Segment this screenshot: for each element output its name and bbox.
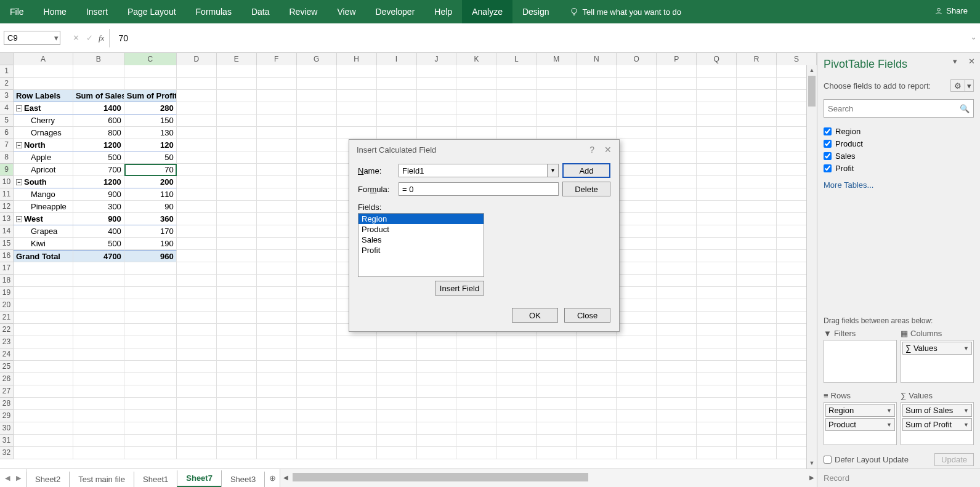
- cell[interactable]: [73, 410, 124, 422]
- cell[interactable]: [177, 348, 217, 361]
- cell[interactable]: [657, 90, 697, 102]
- cell[interactable]: Sum of Sales: [73, 90, 124, 102]
- cell[interactable]: [337, 422, 377, 435]
- cell[interactable]: [697, 90, 737, 102]
- cell[interactable]: [257, 115, 297, 127]
- cell[interactable]: [73, 312, 124, 324]
- field-row-profit[interactable]: Profit: [824, 162, 974, 174]
- cell[interactable]: [377, 385, 417, 398]
- field-pill[interactable]: Product▼: [825, 418, 895, 431]
- zone-rows[interactable]: Region▼Product▼: [824, 402, 897, 445]
- cell[interactable]: [177, 201, 217, 213]
- cell[interactable]: [697, 238, 737, 250]
- cell[interactable]: [496, 78, 537, 90]
- cell[interactable]: [657, 250, 697, 262]
- field-option[interactable]: Product: [358, 224, 484, 235]
- cell[interactable]: [737, 422, 777, 435]
- cell[interactable]: [73, 422, 124, 435]
- cell[interactable]: [124, 78, 177, 90]
- row-header[interactable]: 5: [0, 115, 14, 127]
- cell[interactable]: [297, 410, 337, 422]
- row-header[interactable]: 15: [0, 238, 14, 250]
- cell[interactable]: [297, 139, 337, 151]
- cell[interactable]: [73, 373, 124, 385]
- scroll-down-icon[interactable]: ▼: [807, 458, 817, 469]
- cell[interactable]: [657, 336, 697, 348]
- cell[interactable]: [737, 139, 777, 151]
- zone-columns[interactable]: ∑ Values▼: [901, 340, 974, 383]
- cell[interactable]: [217, 225, 257, 238]
- row-header[interactable]: 4: [0, 102, 14, 115]
- cell[interactable]: [177, 398, 217, 410]
- cell[interactable]: [537, 102, 577, 115]
- column-header-F[interactable]: F: [257, 53, 297, 65]
- sheet-nav-prev-icon[interactable]: ◀: [5, 474, 10, 482]
- cell[interactable]: [657, 410, 697, 422]
- cell[interactable]: 900: [73, 213, 124, 225]
- cell[interactable]: [14, 312, 73, 324]
- cell[interactable]: Mango: [14, 188, 73, 201]
- cell[interactable]: [257, 324, 297, 336]
- cell[interactable]: [537, 410, 577, 422]
- cell[interactable]: [297, 102, 337, 115]
- cell[interactable]: [737, 336, 777, 348]
- cell[interactable]: 960: [124, 250, 177, 262]
- ribbon-tab-formulas[interactable]: Formulas: [186, 0, 241, 23]
- cell[interactable]: 700: [73, 164, 124, 176]
- column-header-R[interactable]: R: [737, 53, 777, 65]
- cell[interactable]: [177, 385, 217, 398]
- cell[interactable]: [217, 385, 257, 398]
- row-header[interactable]: 2: [0, 78, 14, 90]
- cell[interactable]: 190: [124, 238, 177, 250]
- cell[interactable]: [257, 213, 297, 225]
- cell[interactable]: [377, 410, 417, 422]
- cell[interactable]: [697, 299, 737, 312]
- cell[interactable]: [217, 102, 257, 115]
- row-header[interactable]: 16: [0, 250, 14, 262]
- cell[interactable]: [617, 361, 657, 373]
- cell[interactable]: 70: [124, 164, 177, 176]
- cell[interactable]: [257, 447, 297, 459]
- cell[interactable]: [737, 410, 777, 422]
- cell[interactable]: [337, 115, 377, 127]
- cell[interactable]: 1400: [73, 102, 124, 115]
- cell[interactable]: [617, 164, 657, 176]
- cell[interactable]: [14, 299, 73, 312]
- cell[interactable]: [217, 201, 257, 213]
- cell[interactable]: [537, 127, 577, 139]
- cell[interactable]: [177, 250, 217, 262]
- cell[interactable]: [417, 398, 457, 410]
- cell[interactable]: [657, 385, 697, 398]
- cell[interactable]: [297, 299, 337, 312]
- cell[interactable]: [417, 115, 457, 127]
- cell[interactable]: [617, 373, 657, 385]
- cell[interactable]: [737, 275, 777, 287]
- cell[interactable]: [657, 287, 697, 299]
- cell[interactable]: 1200: [73, 139, 124, 151]
- cell[interactable]: [456, 348, 496, 361]
- cell[interactable]: [377, 115, 417, 127]
- cell[interactable]: [737, 262, 777, 275]
- cell[interactable]: [217, 348, 257, 361]
- row-header[interactable]: 18: [0, 275, 14, 287]
- cell[interactable]: [177, 78, 217, 90]
- cell[interactable]: [697, 139, 737, 151]
- cell[interactable]: [577, 102, 617, 115]
- cell[interactable]: [496, 348, 537, 361]
- cell[interactable]: [617, 213, 657, 225]
- cell[interactable]: [257, 287, 297, 299]
- column-header-I[interactable]: I: [377, 53, 417, 65]
- row-header[interactable]: 3: [0, 90, 14, 102]
- collapse-icon[interactable]: −: [16, 216, 22, 222]
- cell[interactable]: [737, 312, 777, 324]
- cell[interactable]: [124, 385, 177, 398]
- cell[interactable]: [257, 299, 297, 312]
- cell[interactable]: [737, 188, 777, 201]
- cell[interactable]: [617, 127, 657, 139]
- row-header[interactable]: 6: [0, 127, 14, 139]
- cell[interactable]: 800: [73, 127, 124, 139]
- cell[interactable]: [217, 127, 257, 139]
- cell[interactable]: [697, 127, 737, 139]
- cell[interactable]: [73, 361, 124, 373]
- cell[interactable]: [697, 361, 737, 373]
